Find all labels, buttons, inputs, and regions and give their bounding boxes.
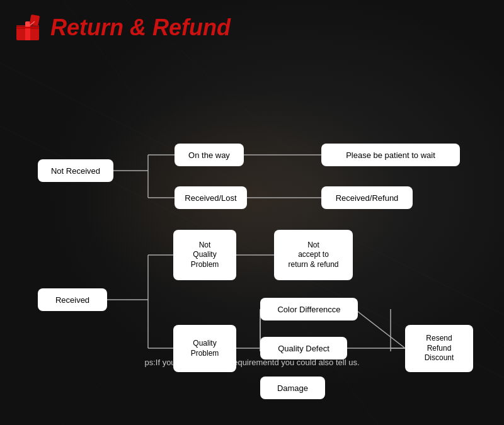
svg-rect-9: [25, 21, 30, 26]
page-title: Return & Refund: [50, 14, 231, 41]
on-the-way-node: On the way: [175, 144, 244, 166]
not-accept-node: Not accept to return & refund: [274, 230, 353, 280]
received-node: Received: [38, 288, 107, 311]
not-received-node: Not Received: [38, 159, 113, 182]
not-quality-problem-node: Not Quality Problem: [173, 230, 236, 280]
please-wait-node: Please be patient to wait: [321, 144, 460, 166]
quality-problem-node: Quality Problem: [173, 325, 236, 372]
received-refund-node: Received/Refund: [321, 186, 413, 209]
quality-defect-node: Quality Defect: [260, 337, 347, 360]
svg-line-35: [355, 309, 405, 348]
svg-rect-10: [16, 27, 39, 28]
flowchart-diagram: Not Received On the way Please be patien…: [13, 62, 491, 351]
package-icon: [13, 13, 43, 43]
resend-node: Resend Refund Discount: [405, 325, 473, 372]
received-lost-node: Received/Lost: [175, 186, 247, 209]
damage-node: Damage: [260, 377, 325, 399]
color-difference-node: Color Differencce: [260, 298, 358, 320]
page-header: Return & Refund: [13, 13, 491, 43]
